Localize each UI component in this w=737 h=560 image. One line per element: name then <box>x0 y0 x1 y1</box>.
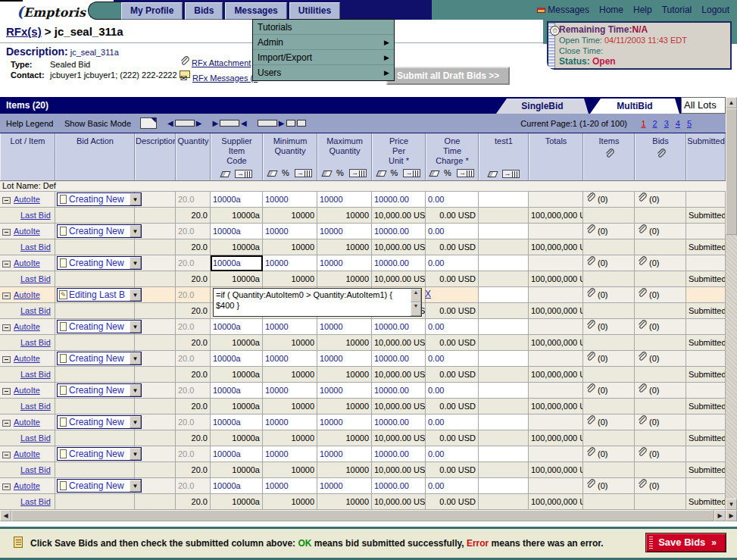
dropdown-arrow-icon[interactable]: ▼ <box>130 448 141 460</box>
price-input[interactable]: 10000.00 <box>372 351 426 367</box>
bid-action-dropdown[interactable]: Creating New▼ <box>57 320 142 333</box>
item-link[interactable]: AutoIte <box>14 290 40 299</box>
paperclip-icon[interactable] <box>637 354 647 363</box>
supplier-code-input[interactable]: 10000a <box>211 383 263 399</box>
one-time-charge-input[interactable]: 0.00 <box>426 319 479 335</box>
last-bid-link[interactable]: Last Bid <box>20 497 51 506</box>
percent-icon[interactable]: % <box>391 168 398 178</box>
supplier-code-input[interactable]: 10000a <box>211 446 263 462</box>
paperclip-icon[interactable] <box>637 290 647 299</box>
paperclip-icon[interactable] <box>586 354 595 363</box>
lots-dropdown[interactable]: All Lots <box>681 97 726 114</box>
nav-tab-bids[interactable]: Bids <box>185 2 223 20</box>
min-qty-input[interactable]: 10000 <box>263 415 317 430</box>
top-link-logout[interactable]: Logout <box>701 5 729 15</box>
vertical-scroll-thumb[interactable] <box>726 108 737 235</box>
tab-multibid[interactable]: MultiBid <box>590 99 679 114</box>
nav-tab-my-profile[interactable]: My Profile <box>121 2 183 20</box>
expand-columns-icon[interactable]: ◀▶ <box>167 119 201 127</box>
price-input[interactable]: 10000.00 <box>372 255 426 271</box>
fill-down-icon[interactable]: → <box>403 169 420 177</box>
price-input[interactable]: 10000.00 <box>372 446 426 462</box>
paperclip-icon[interactable] <box>604 149 614 161</box>
supplier-code-input[interactable]: 10000a <box>211 319 263 335</box>
dropdown-arrow-icon[interactable]: ▼ <box>130 225 141 237</box>
item-link[interactable]: AutoIte <box>14 481 40 490</box>
menu-item-import-export[interactable]: Import/Export▶ <box>253 50 394 65</box>
dropdown-arrow-icon[interactable]: ▼ <box>130 257 141 269</box>
scrollbar-corner-icon[interactable]: ▶ <box>726 510 737 521</box>
item-link[interactable]: AutoIte <box>14 449 40 458</box>
paperclip-icon[interactable] <box>637 322 647 331</box>
bid-action-dropdown[interactable]: Creating New▼ <box>57 447 142 461</box>
expand-window-icon[interactable] <box>140 117 157 129</box>
max-qty-input[interactable]: 10000 <box>317 415 372 430</box>
test1-input[interactable] <box>479 478 529 494</box>
paperclip-icon[interactable] <box>637 227 647 236</box>
collapse-icon[interactable] <box>2 420 11 427</box>
page-link-5[interactable]: 5 <box>687 119 692 128</box>
scroll-left-icon[interactable]: ◀ <box>0 510 11 521</box>
paperclip-icon[interactable] <box>586 290 595 299</box>
menu-item-tutorials[interactable]: Tutorials <box>253 20 394 35</box>
collapse-icon[interactable] <box>2 388 11 395</box>
rfx-attachments-link[interactable]: RFx Attachment <box>192 58 251 67</box>
test1-input[interactable] <box>479 255 529 271</box>
test1-input[interactable] <box>479 415 529 430</box>
top-link-messages[interactable]: Messages <box>537 5 589 15</box>
vertical-scrollbar[interactable]: ▲ ▼ <box>726 97 737 510</box>
bid-action-dropdown[interactable]: Creating New▼ <box>57 352 142 365</box>
supplier-code-input[interactable]: 10000a <box>211 192 263 208</box>
formula-scrollbar[interactable]: ▲▼ <box>411 289 421 316</box>
one-time-charge-input[interactable]: 0.00 <box>426 415 479 430</box>
test1-input[interactable] <box>479 287 529 303</box>
last-bid-link[interactable]: Last Bid <box>20 433 51 443</box>
percent-icon[interactable]: % <box>444 168 451 178</box>
paperclip-icon[interactable] <box>586 386 595 395</box>
test1-input[interactable] <box>479 224 529 239</box>
fill-down-icon[interactable]: → <box>502 170 520 178</box>
max-qty-input[interactable]: 10000 <box>317 351 372 367</box>
bid-action-dropdown[interactable]: Creating New▼ <box>57 192 142 206</box>
max-qty-input[interactable]: 10000 <box>317 255 372 271</box>
paperclip-icon[interactable] <box>637 386 647 395</box>
paperclip-icon[interactable] <box>586 322 595 331</box>
paperclip-icon[interactable] <box>586 418 595 427</box>
eraser-icon[interactable] <box>321 171 332 177</box>
fill-down-icon[interactable]: → <box>295 169 312 177</box>
supplier-code-input[interactable]: 10000a <box>211 478 263 494</box>
max-qty-input[interactable]: 10000 <box>317 192 372 208</box>
min-qty-input[interactable]: 10000 <box>263 478 317 494</box>
fill-down-icon[interactable]: → <box>457 169 474 177</box>
eraser-icon[interactable] <box>376 171 386 177</box>
item-link[interactable]: AutoIte <box>14 386 40 395</box>
dropdown-arrow-icon[interactable]: ▼ <box>130 193 141 205</box>
test1-input[interactable] <box>479 446 529 462</box>
item-link[interactable]: AutoIte <box>14 227 40 236</box>
min-qty-input[interactable]: 10000 <box>263 224 317 239</box>
supplier-code-input[interactable]: 10000a <box>211 351 263 367</box>
paperclip-icon[interactable] <box>637 258 647 267</box>
page-link-3[interactable]: 3 <box>664 119 669 128</box>
one-time-charge-input[interactable]: 0.00 <box>426 224 479 239</box>
menu-item-users[interactable]: Users▶ <box>253 65 394 80</box>
min-qty-input[interactable]: 10000 <box>263 255 317 271</box>
one-time-charge-input[interactable]: 0.00 <box>426 478 479 494</box>
last-bid-link[interactable]: Last Bid <box>20 465 51 474</box>
nav-tab-utilities[interactable]: Utilities <box>289 2 340 20</box>
last-bid-link[interactable]: Last Bid <box>20 211 51 220</box>
paperclip-icon[interactable] <box>586 449 595 458</box>
price-input[interactable]: 10000.00 <box>372 478 426 494</box>
collapse-icon[interactable] <box>2 261 11 267</box>
nav-tab-messages[interactable]: Messages <box>225 2 286 20</box>
supplier-code-input[interactable]: 10000a <box>211 255 263 271</box>
fill-down-icon[interactable]: → <box>235 170 252 178</box>
close-formula-link[interactable]: X <box>425 289 431 299</box>
percent-icon[interactable]: % <box>282 168 289 178</box>
dropdown-arrow-icon[interactable]: ▼ <box>130 416 141 428</box>
eraser-icon[interactable] <box>220 171 230 177</box>
bid-action-dropdown[interactable]: Creating New▼ <box>57 256 142 270</box>
eraser-icon[interactable] <box>429 171 439 177</box>
help-legend-link[interactable]: Help Legend <box>6 119 53 128</box>
submit-all-draft-bids-button[interactable]: Submit all Draft Bids >> <box>386 67 510 85</box>
